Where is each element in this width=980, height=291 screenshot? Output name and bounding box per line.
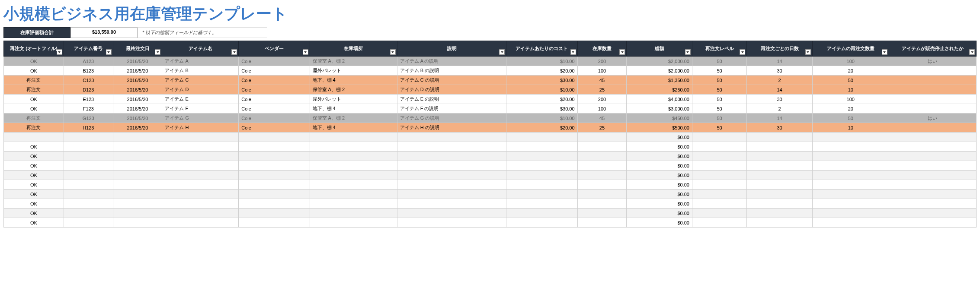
table-cell[interactable]: 再注文 — [4, 114, 64, 123]
table-cell[interactable] — [577, 161, 627, 171]
table-cell[interactable] — [310, 161, 397, 171]
table-cell[interactable] — [506, 171, 577, 180]
table-cell[interactable]: アイテム B — [162, 66, 239, 76]
table-cell[interactable] — [577, 209, 627, 218]
table-cell[interactable]: 2016/5/20 — [113, 95, 162, 104]
table-cell[interactable]: $3,000.00 — [627, 104, 692, 114]
table-cell[interactable] — [162, 190, 239, 199]
table-cell[interactable] — [692, 180, 746, 190]
table-cell[interactable]: $0.00 — [627, 218, 692, 228]
table-cell[interactable]: 14 — [747, 114, 813, 123]
table-cell[interactable] — [812, 209, 889, 218]
filter-dropdown-icon[interactable] — [390, 49, 396, 55]
table-cell[interactable] — [692, 218, 746, 228]
table-cell[interactable] — [747, 199, 813, 209]
table-cell[interactable] — [162, 161, 239, 171]
table-cell[interactable]: $0.00 — [627, 142, 692, 152]
table-cell[interactable]: 10 — [812, 123, 889, 133]
table-cell[interactable]: 50 — [692, 123, 746, 133]
table-cell[interactable]: 50 — [692, 76, 746, 85]
table-cell[interactable]: $10.00 — [506, 114, 577, 123]
table-cell[interactable]: $500.00 — [627, 123, 692, 133]
table-cell[interactable]: B123 — [64, 66, 113, 76]
table-cell[interactable] — [239, 161, 310, 171]
column-header[interactable]: 再注文 (オートフィル) — [4, 41, 64, 57]
table-row[interactable]: 再注文G1232016/5/20アイテム GCole保管室 A、棚 2アイテム … — [4, 114, 977, 123]
table-cell[interactable]: 30 — [747, 66, 813, 76]
table-cell[interactable] — [397, 142, 506, 152]
table-cell[interactable] — [506, 133, 577, 142]
table-cell[interactable]: アイテム H — [162, 123, 239, 133]
table-cell[interactable] — [397, 171, 506, 180]
table-cell[interactable] — [747, 209, 813, 218]
column-header[interactable]: 再注文ごとの日数 — [747, 41, 813, 57]
filter-dropdown-icon[interactable] — [740, 49, 745, 55]
table-cell[interactable] — [397, 199, 506, 209]
table-cell[interactable]: アイテム D の説明 — [397, 85, 506, 95]
table-cell[interactable] — [747, 190, 813, 199]
table-cell[interactable]: 2016/5/20 — [113, 57, 162, 66]
table-cell[interactable]: OK — [4, 209, 64, 218]
table-cell[interactable] — [64, 142, 113, 152]
filter-dropdown-icon[interactable] — [155, 49, 160, 55]
table-cell[interactable] — [812, 180, 889, 190]
table-cell[interactable]: 保管室 A、棚 2 — [310, 114, 397, 123]
table-cell[interactable] — [577, 171, 627, 180]
table-cell[interactable]: 地下、棚 4 — [310, 123, 397, 133]
column-header[interactable]: 在庫数量 — [577, 41, 627, 57]
table-cell[interactable]: $2,000.00 — [627, 66, 692, 76]
table-row[interactable]: 再注文H1232016/5/20アイテム HCole地下、棚 4アイテム H の… — [4, 123, 977, 133]
table-row[interactable]: 再注文C1232016/5/20アイテム CCole地下、棚 4アイテム C の… — [4, 76, 977, 85]
table-cell[interactable]: 50 — [692, 114, 746, 123]
table-row[interactable]: OK$0.00 — [4, 142, 977, 152]
table-cell[interactable] — [162, 152, 239, 161]
table-cell[interactable] — [162, 199, 239, 209]
table-cell[interactable] — [113, 152, 162, 161]
table-cell[interactable] — [64, 190, 113, 199]
table-cell[interactable]: $30.00 — [506, 104, 577, 114]
table-cell[interactable]: $30.00 — [506, 76, 577, 85]
table-cell[interactable]: 200 — [577, 57, 627, 66]
table-cell[interactable]: OK — [4, 190, 64, 199]
table-cell[interactable] — [889, 123, 976, 133]
table-cell[interactable]: $1,350.00 — [627, 76, 692, 85]
table-cell[interactable] — [310, 171, 397, 180]
table-cell[interactable]: $20.00 — [506, 123, 577, 133]
table-cell[interactable]: OK — [4, 152, 64, 161]
table-cell[interactable] — [113, 218, 162, 228]
table-cell[interactable] — [64, 133, 113, 142]
table-cell[interactable] — [747, 171, 813, 180]
table-row[interactable]: OK$0.00 — [4, 190, 977, 199]
table-row[interactable]: OK$0.00 — [4, 152, 977, 161]
table-cell[interactable]: F123 — [64, 104, 113, 114]
table-cell[interactable]: 10 — [812, 85, 889, 95]
column-header[interactable]: 再注文レベル — [692, 41, 746, 57]
table-cell[interactable]: $2,000.00 — [627, 57, 692, 66]
table-cell[interactable]: $0.00 — [627, 171, 692, 180]
filter-dropdown-icon[interactable] — [499, 49, 505, 55]
table-cell[interactable] — [113, 209, 162, 218]
table-cell[interactable]: 45 — [577, 76, 627, 85]
table-row[interactable]: OK$0.00 — [4, 199, 977, 209]
table-cell[interactable] — [239, 133, 310, 142]
table-row[interactable]: OKA1232016/5/20アイテム ACole保管室 A、棚 2アイテム A… — [4, 57, 977, 66]
table-cell[interactable]: $10.00 — [506, 57, 577, 66]
table-cell[interactable]: 2016/5/20 — [113, 114, 162, 123]
column-header[interactable]: 在庫場所 — [310, 41, 397, 57]
table-cell[interactable] — [162, 142, 239, 152]
table-cell[interactable]: 30 — [747, 123, 813, 133]
table-cell[interactable] — [506, 209, 577, 218]
table-cell[interactable]: 保管室 A、棚 2 — [310, 57, 397, 66]
table-cell[interactable]: OK — [4, 180, 64, 190]
table-cell[interactable] — [506, 152, 577, 161]
table-cell[interactable] — [239, 152, 310, 161]
table-cell[interactable] — [889, 180, 976, 190]
table-cell[interactable]: Cole — [239, 104, 310, 114]
table-cell[interactable] — [239, 171, 310, 180]
table-cell[interactable]: Cole — [239, 66, 310, 76]
table-cell[interactable]: OK — [4, 218, 64, 228]
table-cell[interactable] — [64, 180, 113, 190]
table-cell[interactable] — [239, 218, 310, 228]
table-cell[interactable]: OK — [4, 171, 64, 180]
table-cell[interactable] — [889, 152, 976, 161]
